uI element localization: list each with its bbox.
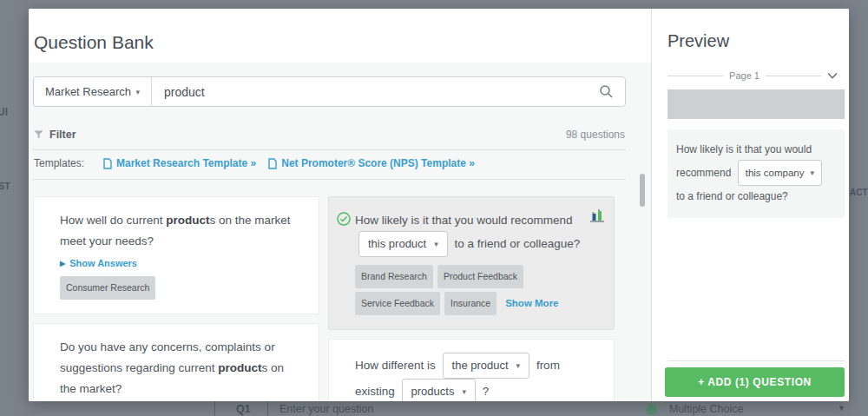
inline-dropdown[interactable]: this company▾ [738, 160, 822, 186]
question-text-segment: ? [479, 385, 489, 398]
question-text: How well do current products on the mark… [60, 210, 303, 252]
chevron-down-icon: ▾ [516, 355, 521, 376]
category-tag: Product Feedback [437, 265, 523, 288]
background-question-row: Q1 Enter your question Multiple Choice ▼ [0, 401, 868, 416]
inline-dropdown[interactable]: products▾ [402, 379, 476, 401]
question-text-highlight: product [218, 361, 261, 374]
divider [33, 179, 626, 180]
question-card[interactable]: How different is the product▾ from exist… [328, 339, 615, 401]
search-category-label: Market Research [45, 85, 131, 98]
category-tag: Service Feedback [355, 292, 440, 315]
filter-button[interactable]: Filter [34, 129, 76, 141]
page-label: Page 1 [729, 70, 760, 81]
chevron-down-icon: ▾ [810, 162, 814, 183]
inline-dropdown-value: products [411, 381, 455, 401]
question-text-highlight: product [166, 214, 209, 227]
filter-row: Filter 98 questions [34, 129, 625, 141]
chevron-down-icon: ▾ [462, 381, 466, 401]
question-text: Do you have any concerns, complaints or … [60, 337, 303, 399]
category-tag: Insurance [444, 292, 496, 315]
template-link-label: Market Research Template » [116, 157, 256, 169]
preview-question-card: How likely is it that you would recommen… [667, 129, 845, 218]
search-bar: Market Research ▾ [33, 76, 626, 107]
background-right-fragment: ACT [850, 188, 868, 197]
search-input[interactable] [152, 77, 588, 106]
template-link[interactable]: Market Research Template » [103, 157, 256, 169]
search-icon [599, 84, 614, 99]
question-card[interactable]: Do you have any concerns, complaints or … [33, 323, 319, 401]
question-text-segment: How well do current [60, 214, 166, 227]
question-column-left: How well do current products on the mark… [33, 196, 319, 401]
question-text-segment: How different is [355, 359, 439, 372]
divider [667, 360, 845, 361]
templates-label: Templates: [34, 157, 84, 169]
background-question-type-icon [646, 404, 657, 415]
show-answers-label: Show Answers [69, 258, 137, 268]
triangle-right-icon: ▶ [60, 260, 65, 267]
category-tags: Consumer Research [60, 276, 303, 303]
template-link[interactable]: Net Promoter® Score (NPS) Template » [268, 157, 475, 169]
add-question-button[interactable]: + ADD (1) QUESTION [665, 367, 845, 397]
chevron-down-icon [827, 72, 838, 79]
preview-question-text: How likely is it that you would recommen… [676, 143, 825, 202]
filter-label: Filter [49, 129, 76, 141]
search-button[interactable] [588, 84, 625, 99]
question-text-segment: How likely is it that you would recommen… [355, 214, 573, 227]
inline-dropdown[interactable]: this product▾ [358, 231, 448, 257]
question-text: How different is the product▾ from exist… [355, 353, 598, 401]
background-question-type: Multiple Choice [669, 403, 743, 415]
inline-dropdown-value: this product [368, 234, 426, 254]
question-text-segment: to a friend or colleague? [451, 237, 581, 250]
question-text: How likely is it that you would recommen… [355, 210, 598, 257]
page-selector[interactable]: Page 1 [667, 70, 838, 81]
divider [214, 401, 215, 416]
background-sidebar-fragment-top: UI [0, 106, 8, 118]
selected-check-icon [337, 212, 351, 226]
filter-funnel-icon [34, 130, 43, 139]
category-tag: Consumer Research [60, 276, 155, 300]
chevron-down-icon: ▾ [135, 88, 140, 96]
question-bank-main: Question Bank Market Research ▾ [29, 9, 651, 401]
inline-dropdown[interactable]: the product▾ [443, 353, 530, 379]
preview-title: Preview [667, 31, 729, 51]
question-bank-modal: Question Bank Market Research ▾ [29, 9, 849, 401]
question-card[interactable]: How well do current products on the mark… [33, 196, 319, 314]
templates-row: Templates: Market Research Template »Net… [34, 157, 475, 169]
template-link-label: Net Promoter® Score (NPS) Template » [281, 157, 475, 169]
results-count: 98 questions [566, 129, 625, 141]
preview-title-placeholder [667, 89, 845, 119]
modal-body: Market Research ▾ Filter [29, 63, 651, 401]
divider [667, 76, 723, 76]
show-more-link[interactable]: Show More [505, 294, 558, 313]
background-dropdown-caret: ▼ [838, 404, 845, 413]
category-tag: Brand Research [355, 265, 433, 288]
background-sidebar-fragment-bottom: ST [0, 181, 10, 191]
modal-header: Question Bank [29, 9, 651, 63]
document-icon [103, 158, 112, 169]
chevron-down-icon: ▾ [434, 234, 438, 254]
benchmark-icon [590, 209, 604, 222]
question-list: How well do current products on the mark… [29, 189, 651, 401]
divider [766, 76, 821, 76]
category-tags: Brand ResearchProduct FeedbackService Fe… [355, 265, 598, 319]
search-category-dropdown[interactable]: Market Research ▾ [34, 77, 152, 106]
modal-title: Question Bank [34, 32, 154, 53]
background-question-placeholder: Enter your question [279, 403, 373, 415]
divider [267, 401, 268, 416]
inline-dropdown-value: the product [452, 355, 509, 376]
divider [33, 149, 626, 150]
document-icon [268, 158, 277, 169]
show-answers-link[interactable]: ▶Show Answers [60, 258, 303, 268]
background-question-number: Q1 [236, 403, 251, 415]
scrollbar-thumb[interactable] [640, 174, 645, 207]
preview-panel: Preview Page 1 How likely is it that you… [651, 9, 849, 401]
inline-dropdown-value: this company [746, 162, 805, 183]
question-text-segment: to a friend or colleague? [676, 190, 788, 202]
question-card[interactable]: How likely is it that you would recommen… [328, 196, 615, 330]
question-column-right: How likely is it that you would recommen… [328, 196, 615, 401]
